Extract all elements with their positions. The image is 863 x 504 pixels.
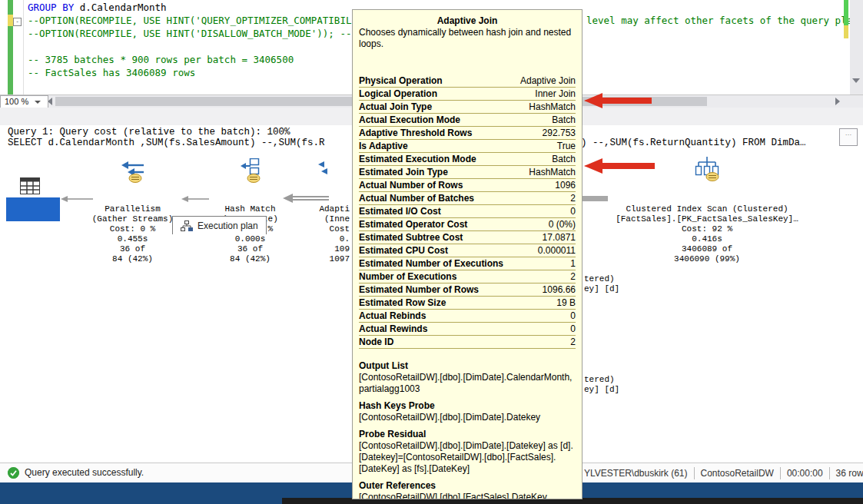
tooltip-property-value: HashMatch [529,101,576,113]
tooltip-property-row: Number of Executions 2 [359,270,576,284]
query-statement-line: SELECT d.CalendarMonth ,SUM(fs.SalesAmou… [8,138,325,148]
tooltip-section: Probe Residual [ContosoRetailDW].[dbo].[… [359,428,576,475]
plan-node-partial-text: ey] [d] [584,385,619,394]
tooltip-property-label: Actual Number of Rows [359,180,463,191]
tooltip-property-row: Estimated Execution Mode Batch [359,153,576,166]
tooltip-property-row: Estimated Row Size 19 B [359,297,576,310]
code-fold-toggle[interactable]: - [13,18,22,26]
plan-node-line: Parallelism [77,204,188,214]
plan-node-line: 0.416s [596,234,818,244]
tooltip-property-row: Estimated Number of Rows 1096.66 [359,284,576,297]
plan-node-line: 84 (42%) [77,254,188,264]
tooltip-section: Outer References [ContosoRetailDW].[dbo]… [359,479,576,499]
hash-match-operator-icon[interactable] [238,158,263,183]
plan-node-parallelism[interactable]: Parallelism(Gather Streams)Cost: 0 %0.45… [77,184,188,284]
tooltip-property-label: Is Adaptive [359,141,408,152]
tooltip-section-text: [ContosoRetailDW].[dbo].[DimDate].Dateke… [359,412,576,423]
tooltip-property-table: Physical Operation Adaptive Join Logical… [359,75,576,349]
tooltip-property-value: 0 [570,323,576,335]
tooltip-property-row: Is Adaptive True [359,140,576,153]
tooltip-property-row: Estimated I/O Cost 0 [359,205,576,218]
code-line: GROUP BY d.CalendarMonth [28,2,167,14]
tooltip-property-row: Physical Operation Adaptive Join [359,75,576,88]
code-line: -- 3785 batches * 900 rows per batch = 3… [28,54,294,66]
tooltip-property-label: Actual Number of Batches [359,193,474,204]
plan-node-line: SELECT [6,220,60,232]
plan-node-line: Cost: 92 % [596,224,818,234]
adaptive-join-operator-icon[interactable] [317,161,327,174]
tab-execution-plan[interactable]: Execution plan [172,216,267,234]
code-line: --OPTION(RECOMPILE, USE HINT('DISALLOW_B… [28,28,375,40]
dropdown-caret-icon [35,101,41,104]
select-result-icon [20,177,40,194]
tooltip-property-label: Adaptive Threshold Rows [359,128,472,139]
scrollbar-change-mark-green [844,0,848,25]
clustered-index-scan-icon[interactable] [694,155,722,181]
status-item: YLVESTER\dbuskirk (61) [584,467,694,479]
plan-node-line: 0.455s [77,234,188,244]
parallelism-operator-icon[interactable] [120,160,146,183]
tooltip-property-label: Estimated Join Type [359,167,448,178]
tooltip-property-label: Actual Join Type [359,101,432,113]
plan-node-line: 3406090 (99%) [596,254,818,264]
gutter-divider [23,0,24,94]
plan-node-select[interactable]: SELECTCost: 0 % [6,197,60,221]
tooltip-property-value: 2 [570,337,576,348]
query-statement-line-continuation: ) --,SUM(fs.ReturnQuantity) FROM DimDa… [581,138,806,148]
zoom-level-dropdown[interactable]: 100 % [0,95,48,108]
tooltip-section-text: [ContosoRetailDW].[dbo].[DimDate].[Datek… [359,440,576,475]
code-line: --OPTION(RECOMPILE, USE HINT('QUERY_OPTI… [28,15,375,27]
tooltip-property-row: Node ID 2 [359,336,576,349]
plan-node-line: Hash Match [198,204,302,214]
sql-identifier: d.CalendarMonth [74,2,166,13]
plan-node-line: 1097 [296,254,350,264]
editor-vertical-scrollbar[interactable] [850,0,863,94]
tooltip-title: Adaptive Join [359,15,576,27]
sql-keyword: GROUP BY [28,2,74,13]
tooltip-property-value: Adaptive Join [520,75,576,87]
tooltip-property-label: Estimated Operator Cost [359,219,467,230]
plan-expand-button[interactable]: … [839,128,858,146]
tooltip-property-value: True [557,141,576,152]
status-item: 00:00:00 [780,467,829,479]
tooltip-property-value: 0 (0%) [549,219,576,230]
tooltip-property-label: Estimated Subtree Cost [359,232,463,244]
plan-node-partial-text: tered) [584,274,615,284]
plan-node-line: (Inne [296,214,350,224]
tooltip-property-label: Actual Rewinds [359,323,427,335]
tooltip-property-row: Estimated Number of Executions 1 [359,257,576,270]
code-line: -- FactSales has 3406089 rows [28,67,195,79]
tooltip-property-value: 1 [570,258,576,270]
tooltip-property-row: Actual Rewinds 0 [359,323,576,336]
plan-node-partial-text: ey] [d] [584,284,619,293]
tooltip-property-label: Logical Operation [359,88,437,100]
tooltip-section-title: Hash Keys Probe [359,400,576,412]
scrollbar-right-arrow-icon[interactable] [835,98,840,105]
status-message: Query executed successfully. [25,467,144,478]
tooltip-property-value: 2 [570,193,576,204]
tooltip-property-value: Batch [552,154,576,165]
status-connection-info: YLVESTER\dbuskirk (61)ContosoRetailDW00:… [584,467,863,479]
scrollbar-down-arrow-icon[interactable] [852,78,860,83]
annotation-arrow-estimated-join-type [584,158,655,174]
tooltip-section-text: [ContosoRetailDW].[dbo].[DimDate].Calend… [359,372,576,395]
plan-node-line: 3406089 of [596,244,818,254]
tooltip-section-title: Output List [359,360,576,372]
adaptive-join-tooltip: Adaptive Join Chooses dynamically betwee… [352,9,583,499]
tooltip-property-value: 2 [570,271,576,283]
plan-node-line: 36 of [77,244,188,254]
tooltip-property-value: 19 B [556,297,576,309]
change-tracking-bar-modified [8,15,13,26]
tooltip-property-value: 1096 [555,180,576,191]
plan-node-adaptive-join-clipped[interactable]: Adapti(InneCost0.1091097 [296,184,350,284]
tooltip-property-row: Adaptive Threshold Rows 292.753 [359,127,576,140]
tooltip-property-row: Actual Number of Rows 1096 [359,179,576,192]
tooltip-property-label: Number of Executions [359,271,456,283]
tooltip-property-value: 0 [570,206,576,217]
tooltip-property-label: Estimated I/O Cost [359,206,441,217]
plan-node-clustered-index-scan[interactable]: Clustered Index Scan (Clustered)[FactSal… [596,184,818,284]
plan-node-line: Clustered Index Scan (Clustered) [596,204,818,214]
tooltip-property-value: Inner Join [535,88,576,100]
execution-plan-icon [181,220,193,231]
plan-node-partial-text: tered) [584,375,615,384]
